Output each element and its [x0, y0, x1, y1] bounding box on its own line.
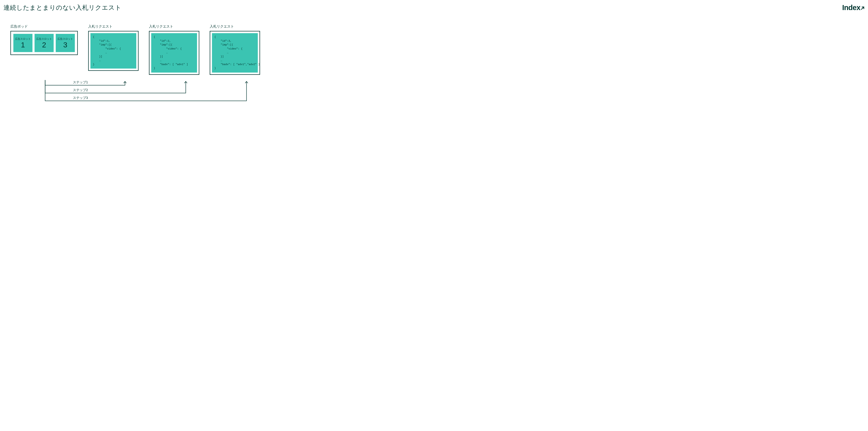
bid-label: 入札リクエスト — [210, 24, 260, 29]
bid-label: 入札リクエスト — [149, 24, 199, 29]
ad-slot-3: 広告スロット 3 — [56, 34, 75, 52]
page-title: 連続したまとまりのない入札リクエスト — [3, 3, 122, 12]
ad-slot-1: 広告スロット 1 — [13, 34, 32, 52]
bid-column-3: 入札リクエスト { "id":3, "imp":[{ "video": { … … — [210, 24, 260, 75]
bid-code: { "id":2, "imp":[{ "video": { … }] … "ba… — [151, 33, 197, 72]
header: 連続したまとまりのない入札リクエスト Index — [3, 3, 865, 12]
slot-number: 1 — [21, 41, 25, 49]
bid-box-2: { "id":2, "imp":[{ "video": { … }] … "ba… — [149, 31, 199, 75]
slot-label: 広告スロット — [58, 37, 73, 41]
bid-code: { "id":1, "imp":[{ "video": { … }] … } — [90, 33, 136, 68]
bid-box-3: { "id":3, "imp":[{ "video": { … }] … "ba… — [210, 31, 260, 75]
logo-arrow-icon — [861, 3, 865, 12]
step-2-row: ステップ2 — [10, 88, 865, 96]
ad-slot-2: 広告スロット 2 — [35, 34, 54, 52]
logo-text: Index — [842, 3, 860, 12]
bid-code: { "id":3, "imp":[{ "video": { … }] … "ba… — [212, 33, 258, 72]
index-logo: Index — [842, 3, 865, 12]
bid-column-2: 入札リクエスト { "id":2, "imp":[{ "video": { … … — [149, 24, 199, 75]
slot-label: 広告スロット — [15, 37, 31, 41]
bid-box-1: { "id":1, "imp":[{ "video": { … }] … } — [88, 31, 138, 71]
arrow-3-icon — [10, 96, 253, 106]
bid-label: 入札リクエスト — [88, 24, 138, 29]
adpod-box: 広告スロット 1 広告スロット 2 広告スロット 3 — [10, 31, 78, 55]
slot-label: 広告スロット — [36, 37, 52, 41]
diagram-content: 広告ポッド 広告スロット 1 広告スロット 2 広告スロット 3 入札リクエスト… — [3, 24, 865, 75]
step-1-row: ステップ1 — [10, 80, 865, 88]
bid-column-1: 入札リクエスト { "id":1, "imp":[{ "video": { … … — [88, 24, 138, 71]
arrows-area: ステップ1 ステップ2 ステップ3 — [3, 80, 865, 103]
adpod-label: 広告ポッド — [10, 24, 78, 29]
step-3-row: ステップ3 — [10, 96, 865, 103]
slot-number: 2 — [42, 41, 46, 49]
slot-number: 3 — [63, 41, 67, 49]
adpod-column: 広告ポッド 広告スロット 1 広告スロット 2 広告スロット 3 — [10, 24, 78, 55]
